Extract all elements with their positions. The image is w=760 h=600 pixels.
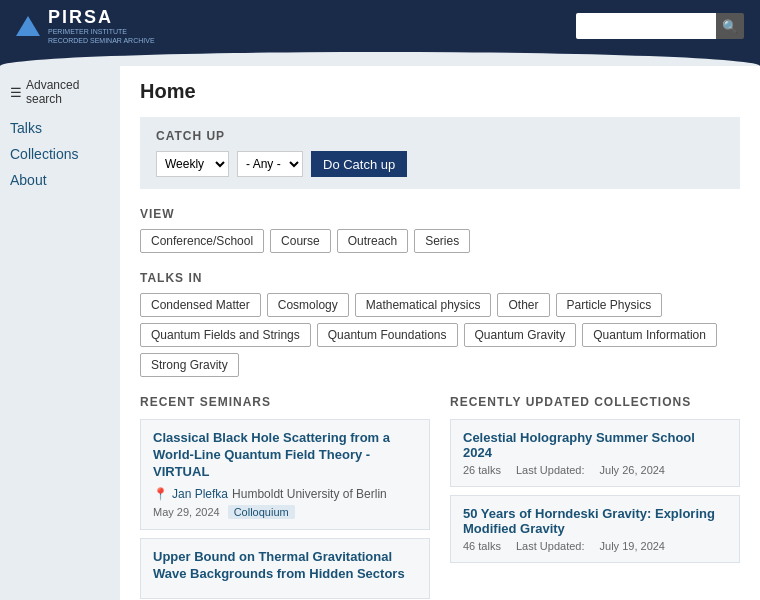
tag-course[interactable]: Course (270, 229, 331, 253)
catch-up-section: CATCH UP Weekly Daily Monthly - Any - Do… (140, 117, 740, 189)
catch-up-controls: Weekly Daily Monthly - Any - Do Catch up (156, 151, 724, 177)
seminar-card: Classical Black Hole Scattering from a W… (140, 419, 430, 530)
logo-title: PIRSA (48, 7, 155, 28)
talks-in-label: TALKS IN (140, 271, 740, 285)
sidebar-item-talks[interactable]: Talks (10, 120, 110, 136)
tag-quantum-foundations[interactable]: Quantum Foundations (317, 323, 458, 347)
tag-quantum-fields[interactable]: Quantum Fields and Strings (140, 323, 311, 347)
collection-updated-label-1: Last Updated: (516, 464, 585, 476)
tag-series[interactable]: Series (414, 229, 470, 253)
two-col-section: RECENT SEMINARS Classical Black Hole Sca… (140, 395, 740, 600)
logo-text-block: PIRSA PERIMETER INSTITUTE RECORDED SEMIN… (48, 7, 155, 45)
collection-meta-1: 26 talks Last Updated: July 26, 2024 (463, 464, 727, 476)
talks-in-section: TALKS IN Condensed Matter Cosmology Math… (140, 271, 740, 377)
seminar-title-2[interactable]: Upper Bound on Thermal Gravitational Wav… (153, 549, 417, 583)
seminar-title-1[interactable]: Classical Black Hole Scattering from a W… (153, 430, 417, 481)
collection-meta-2: 46 talks Last Updated: July 19, 2024 (463, 540, 727, 552)
collection-card-2: 50 Years of Horndeski Gravity: Exploring… (450, 495, 740, 563)
seminar-card-2: Upper Bound on Thermal Gravitational Wav… (140, 538, 430, 600)
page-layout: ☰ Advanced search Talks Collections Abou… (0, 66, 760, 600)
search-button[interactable]: 🔍 (716, 13, 744, 39)
header: PIRSA PERIMETER INSTITUTE RECORDED SEMIN… (0, 0, 760, 52)
view-section: VIEW Conference/School Course Outreach S… (140, 207, 740, 253)
catch-up-label: CATCH UP (156, 129, 724, 143)
talks-in-tags: Condensed Matter Cosmology Mathematical … (140, 293, 740, 377)
collection-talks-count-2: 46 talks (463, 540, 501, 552)
recent-seminars-col: RECENT SEMINARS Classical Black Hole Sca… (140, 395, 430, 600)
sidebar: ☰ Advanced search Talks Collections Abou… (0, 66, 120, 600)
tag-particle-physics[interactable]: Particle Physics (556, 293, 663, 317)
logo-icon (16, 16, 40, 36)
logo: PIRSA PERIMETER INSTITUTE RECORDED SEMIN… (16, 7, 155, 45)
collection-title-2[interactable]: 50 Years of Horndeski Gravity: Exploring… (463, 506, 727, 536)
topic-select[interactable]: - Any - (237, 151, 303, 177)
wave-separator (0, 52, 760, 66)
view-label: VIEW (140, 207, 740, 221)
collection-updated-date-2: July 19, 2024 (600, 540, 665, 552)
tag-mathematical-physics[interactable]: Mathematical physics (355, 293, 492, 317)
logo-subtitle: PERIMETER INSTITUTE RECORDED SEMINAR ARC… (48, 28, 155, 45)
tag-quantum-gravity[interactable]: Quantum Gravity (464, 323, 577, 347)
collection-title-1[interactable]: Celestial Holography Summer School 2024 (463, 430, 727, 460)
tag-quantum-information[interactable]: Quantum Information (582, 323, 717, 347)
do-catch-up-button[interactable]: Do Catch up (311, 151, 407, 177)
seminar-meta-1: May 29, 2024 Colloquium (153, 505, 417, 519)
tag-other[interactable]: Other (497, 293, 549, 317)
collection-talks-count-1: 26 talks (463, 464, 501, 476)
recent-seminars-label: RECENT SEMINARS (140, 395, 430, 409)
page-title: Home (140, 80, 740, 103)
tag-cosmology[interactable]: Cosmology (267, 293, 349, 317)
frequency-select[interactable]: Weekly Daily Monthly (156, 151, 229, 177)
collections-label: RECENTLY UPDATED COLLECTIONS (450, 395, 740, 409)
tag-strong-gravity[interactable]: Strong Gravity (140, 353, 239, 377)
collections-col: RECENTLY UPDATED COLLECTIONS Celestial H… (450, 395, 740, 600)
view-tags: Conference/School Course Outreach Series (140, 229, 740, 253)
search-input[interactable] (576, 13, 716, 39)
header-search-bar: 🔍 (576, 13, 744, 39)
advanced-search-icon: ☰ (10, 85, 22, 100)
collection-card-1: Celestial Holography Summer School 2024 … (450, 419, 740, 487)
collection-updated-label-2: Last Updated: (516, 540, 585, 552)
tag-outreach[interactable]: Outreach (337, 229, 408, 253)
tag-conference-school[interactable]: Conference/School (140, 229, 264, 253)
seminar-badge-1: Colloquium (228, 505, 295, 519)
speaker-row-1: 📍 Jan Plefka Humboldt University of Berl… (153, 487, 417, 501)
seminar-date-1: May 29, 2024 (153, 506, 220, 518)
sidebar-item-collections[interactable]: Collections (10, 146, 110, 162)
location-icon: 📍 (153, 487, 168, 501)
collection-updated-date-1: July 26, 2024 (600, 464, 665, 476)
speaker-name-1[interactable]: Jan Plefka (172, 487, 228, 501)
speaker-affil-1: Humboldt University of Berlin (232, 487, 387, 501)
advanced-search-link[interactable]: ☰ Advanced search (10, 78, 110, 106)
sidebar-item-about[interactable]: About (10, 172, 110, 188)
main-content: Home CATCH UP Weekly Daily Monthly - Any… (120, 66, 760, 600)
sidebar-nav: Talks Collections About (10, 120, 110, 188)
tag-condensed-matter[interactable]: Condensed Matter (140, 293, 261, 317)
